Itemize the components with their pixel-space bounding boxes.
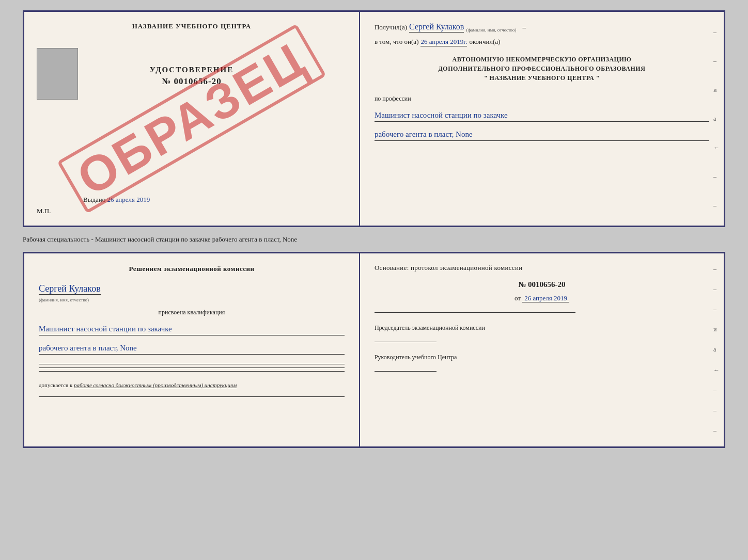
bottom-name: Сергей Кулаков: [39, 283, 101, 295]
ot-date: 26 апреля 2019: [522, 294, 569, 302]
profession-line1: Машинист насосной станции по закачке: [375, 109, 709, 122]
mp-line: М.П.: [37, 207, 51, 215]
vydano-label: Выдано: [83, 196, 105, 203]
right-dashes-bottom: – – – и а ← – – –: [713, 253, 720, 446]
ot-date-line: от 26 апреля 2019: [375, 294, 709, 302]
rukovoditel-block: Руководитель учебного Центра: [375, 353, 709, 372]
dopuskaetsya-block: допускается к работе согласно должностны…: [39, 382, 345, 388]
prisvoyena-text: присвоена квалификация: [39, 309, 345, 316]
bottom-name-block: Сергей Кулаков (фамилия, имя, отчество): [39, 283, 345, 303]
doc-bottom-right: Основание: протокол экзаменационной коми…: [360, 253, 724, 446]
org-line3: " НАЗВАНИЕ УЧЕБНОГО ЦЕНТРА ": [375, 73, 709, 83]
vtom-label: в том, что он(а): [375, 38, 419, 46]
rukovoditel-label: Руководитель учебного Центра: [375, 353, 709, 362]
okonchil-label: окончил(а): [469, 38, 500, 46]
po-professii: по профессии: [375, 95, 709, 103]
predsedatel-label: Председатель экзаменационной комиссии: [375, 323, 709, 332]
org-line1: АВТОНОМНУЮ НЕКОММЕРЧЕСКУЮ ОРГАНИЗАЦИЮ: [375, 55, 709, 64]
vtom-date: 26 апреля 2019г.: [420, 38, 467, 46]
document-bottom: Решением экзаменационной комиссии Сергей…: [23, 252, 725, 448]
separator-line: [375, 308, 575, 313]
photo-placeholder: [37, 48, 78, 100]
rukovoditel-signature: [375, 371, 437, 372]
subtitle-line1: Рабочая специальность - Машинист насосно…: [23, 235, 297, 243]
udost-title: УДОСТОВЕРЕНИЕ: [150, 66, 234, 74]
poluchil-dash: –: [523, 23, 526, 31]
protocol-number: № 0010656-20: [375, 280, 709, 289]
udost-number: № 0010656-20: [150, 76, 234, 87]
doc-top-right: Получил(а) Сергей Кулаков (фамилия, имя,…: [360, 12, 724, 226]
predsedatel-block: Председатель экзаменационной комиссии: [375, 323, 709, 342]
document-top: НАЗВАНИЕ УЧЕБНОГО ЦЕНТРА ОБРАЗЕЦ УДОСТОВ…: [23, 10, 725, 227]
org-line2: ДОПОЛНИТЕЛЬНОГО ПРОФЕССИОНАЛЬНОГО ОБРАЗО…: [375, 64, 709, 73]
org-block: АВТОНОМНУЮ НЕКОММЕРЧЕСКУЮ ОРГАНИЗАЦИЮ ДО…: [375, 55, 709, 83]
right-dashes-top: – – и а ← – –: [713, 12, 720, 226]
poluchil-line: Получил(а) Сергей Кулаков (фамилия, имя,…: [375, 22, 709, 33]
doc-top-left: НАЗВАНИЕ УЧЕБНОГО ЦЕНТРА ОБРАЗЕЦ УДОСТОВ…: [24, 12, 360, 226]
dopuskaetsya-label: допускается к: [39, 382, 72, 388]
komissia-text: Решением экзаменационной комиссии: [39, 264, 345, 274]
poluchil-label: Получил(а): [375, 23, 407, 31]
bottom-familiya-hint: (фамилия, имя, отчество): [39, 297, 89, 302]
familiya-hint: (фамилия, имя, отчество): [466, 27, 516, 33]
osnovaniye-text: Основание: протокол экзаменационной коми…: [375, 264, 709, 272]
subtitle-text: Рабочая специальность - Машинист насосно…: [23, 235, 725, 244]
vtom-line: в том, что он(а) 26 апреля 2019г. окончи…: [375, 38, 709, 46]
udostoverenie-block: УДОСТОВЕРЕНИЕ № 0010656-20: [150, 66, 234, 87]
extra-lines: [39, 364, 345, 372]
top-left-title: НАЗВАНИЕ УЧЕБНОГО ЦЕНТРА: [132, 22, 252, 30]
profession-line2: рабочего агента в пласт, None: [375, 128, 709, 141]
qual-line2: рабочего агента в пласт, None: [39, 342, 345, 355]
predsedatel-signature: [375, 342, 437, 342]
dopusk-text: работе согласно должностным (производств…: [74, 382, 237, 388]
poluchil-name: Сергей Кулаков: [409, 22, 464, 33]
ot-label: от: [515, 294, 521, 302]
vydano-line: Выдано 26 апреля 2019: [83, 185, 150, 204]
doc-bottom-left: Решением экзаменационной комиссии Сергей…: [24, 253, 360, 446]
vydano-date: 26 апреля 2019: [107, 196, 150, 203]
qual-line1: Машинист насосной станции по закачке: [39, 323, 345, 335]
